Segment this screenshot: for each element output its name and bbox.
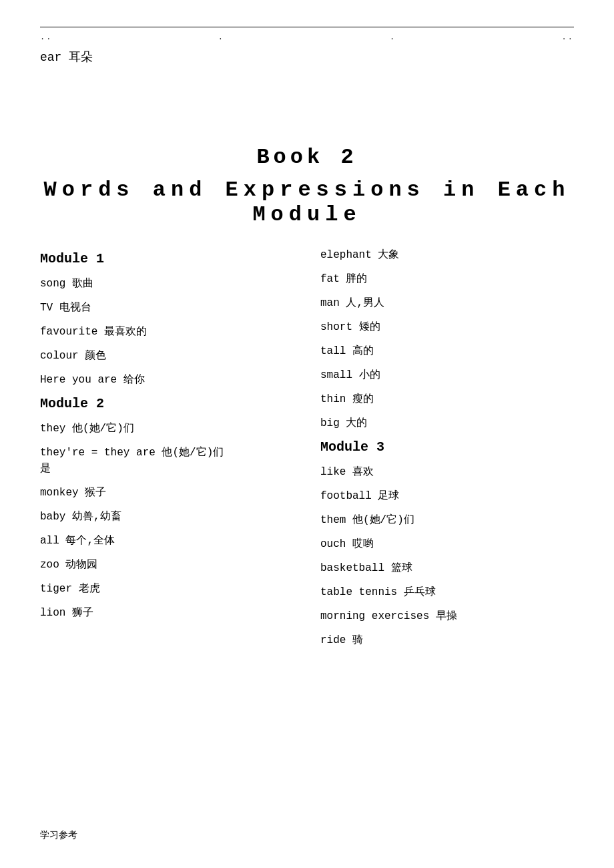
list-item: song 歌曲 — [40, 276, 294, 292]
two-column-layout: Module 1 song 歌曲 TV 电视台 favourite 最喜欢的 c… — [40, 247, 574, 656]
list-item: short 矮的 — [320, 319, 574, 335]
list-item: baby 幼兽,幼畜 — [40, 509, 294, 525]
page-container: .. . . .. ear 耳朵 Book 2 Words and Expres… — [0, 0, 614, 868]
subtitle-line1: Words and Expressions in Each — [40, 178, 574, 202]
top-dots-left: .. — [40, 33, 52, 42]
ear-line: ear 耳朵 — [40, 49, 574, 65]
list-item: Here you are 给你 — [40, 372, 294, 388]
module2-heading: Module 2 — [40, 396, 294, 411]
list-item: football 足球 — [320, 488, 574, 504]
list-item: ouch 哎哟 — [320, 536, 574, 552]
top-border: .. . . .. — [40, 27, 574, 42]
list-item: they're = they are 他(她/它)们是 — [40, 445, 294, 477]
bottom-note: 学习参考 — [40, 829, 77, 841]
list-item: thin 瘦的 — [320, 391, 574, 407]
list-item: elephant 大象 — [320, 247, 574, 263]
list-item: monkey 猴子 — [40, 485, 294, 501]
list-item: ride 骑 — [320, 632, 574, 648]
top-dots-center2: . — [390, 33, 396, 42]
list-item: colour 颜色 — [40, 348, 294, 364]
list-item: tiger 老虎 — [40, 581, 294, 597]
list-item: they 他(她/它)们 — [40, 421, 294, 437]
subtitle-line2: Module — [40, 202, 574, 227]
list-item: zoo 动物园 — [40, 557, 294, 573]
list-item: all 每个,全体 — [40, 533, 294, 549]
list-item: like 喜欢 — [320, 464, 574, 480]
list-item: small 小的 — [320, 367, 574, 383]
list-item: basketball 篮球 — [320, 560, 574, 576]
list-item: man 人,男人 — [320, 295, 574, 311]
top-dots-center: . — [218, 33, 224, 42]
list-item: big 大的 — [320, 415, 574, 431]
top-dots-right: .. — [562, 33, 574, 42]
module3-heading: Module 3 — [320, 439, 574, 455]
list-item: table tennis 乒乓球 — [320, 584, 574, 600]
list-item: favourite 最喜欢的 — [40, 324, 294, 340]
list-item: them 他(她/它)们 — [320, 512, 574, 528]
list-item: lion 狮子 — [40, 605, 294, 621]
book-title-section: Book 2 Words and Expressions in Each Mod… — [40, 145, 574, 227]
list-item: TV 电视台 — [40, 300, 294, 316]
list-item: fat 胖的 — [320, 271, 574, 287]
left-column: Module 1 song 歌曲 TV 电视台 favourite 最喜欢的 c… — [40, 247, 307, 656]
list-item: tall 高的 — [320, 343, 574, 359]
module1-heading: Module 1 — [40, 251, 294, 266]
book-title: Book 2 — [40, 145, 574, 170]
list-item: morning exercises 早操 — [320, 608, 574, 624]
right-column: elephant 大象 fat 胖的 man 人,男人 short 矮的 tal… — [307, 247, 574, 656]
